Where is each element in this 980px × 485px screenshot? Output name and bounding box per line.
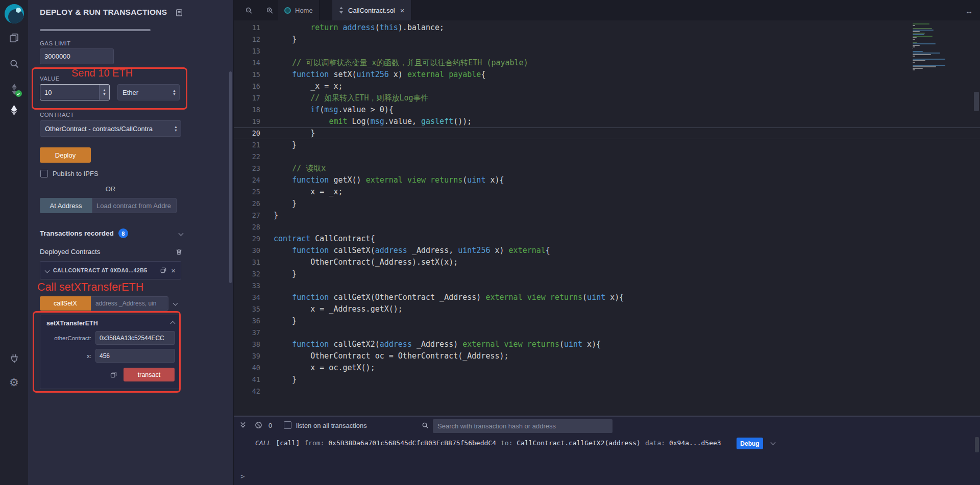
solidity-compiler-icon[interactable] xyxy=(0,83,28,95)
terminal-scrollbar[interactable] xyxy=(975,437,979,452)
code-line-18[interactable]: 18 if(msg.value > 0){ xyxy=(234,104,980,116)
select-arrows-icon: ▲▼ xyxy=(173,89,176,96)
copy-icon[interactable] xyxy=(160,267,167,274)
zoom-out-icon[interactable] xyxy=(245,7,253,14)
value-stepper[interactable]: ▲▼ xyxy=(99,85,109,100)
setxtransfereth-header[interactable]: setXTransferETH xyxy=(46,320,175,327)
line-number: 28 xyxy=(234,221,274,233)
code-line-24[interactable]: 24 function getX() external view returns… xyxy=(234,174,980,186)
deploy-run-icon[interactable] xyxy=(0,104,28,116)
code-line-32[interactable]: 32 } xyxy=(234,268,980,280)
param-row: otherContract: xyxy=(46,331,175,345)
gas-limit-input[interactable] xyxy=(40,48,114,64)
line-number: 37 xyxy=(234,327,274,339)
solidity-file-icon xyxy=(338,7,344,14)
param-input-x[interactable] xyxy=(95,349,175,363)
transact-button[interactable]: transact xyxy=(124,368,175,381)
search-icon[interactable] xyxy=(0,59,28,69)
transact-row: transact xyxy=(46,368,175,381)
deploy-run-panel: DEPLOY & RUN TRANSACTIONS GAS LIMIT VALU… xyxy=(28,0,234,485)
code-line-36[interactable]: 36 } xyxy=(234,315,980,327)
minimap[interactable] xyxy=(913,23,949,72)
chevron-up-icon[interactable] xyxy=(170,321,176,326)
code-line-23[interactable]: 23 // 读取x xyxy=(234,163,980,174)
code-line-17[interactable]: 17 // 如果转入ETH，则释放Log事件 xyxy=(234,92,980,104)
code-line-33[interactable]: 33 xyxy=(234,280,980,292)
code-line-22[interactable]: 22 xyxy=(234,151,980,163)
code-line-19[interactable]: 19 emit Log(msg.value, gasleft()); xyxy=(234,116,980,127)
swap-panel-icon[interactable]: ↔ xyxy=(965,7,973,15)
vertical-icon-bar: ⚙ xyxy=(0,0,28,485)
panel-resize-slider[interactable] xyxy=(40,29,151,31)
setxtransfereth-panel: setXTransferETH otherContract: x: transa… xyxy=(40,315,181,389)
close-icon[interactable]: × xyxy=(171,267,176,274)
code-line-29[interactable]: 29contract CallContract{ xyxy=(234,233,980,245)
code-line-42[interactable]: 42 xyxy=(234,386,980,397)
line-number: 19 xyxy=(234,116,274,127)
terminal-search-input[interactable] xyxy=(433,419,612,433)
code-line-31[interactable]: 31 OtherContract(_Address).setX(x); xyxy=(234,257,980,268)
tab-home[interactable]: Home xyxy=(278,0,320,20)
code-line-34[interactable]: 34 function callGetX(OtherContract _Addr… xyxy=(234,292,980,303)
code-line-11[interactable]: 11 return address(this).balance; xyxy=(234,22,980,34)
transactions-recorded-row[interactable]: Transactions recorded 8 xyxy=(40,228,183,238)
code-line-14[interactable]: 14 // 可以调整状态变量_x的函数，并且可以往合约转ETH (payable… xyxy=(234,57,980,69)
code-line-20[interactable]: 20 } xyxy=(234,127,980,139)
code-line-28[interactable]: 28 xyxy=(234,221,980,233)
callsetx-args-input[interactable] xyxy=(91,296,168,311)
code-line-35[interactable]: 35 x = _Address.getX(); xyxy=(234,303,980,315)
code-line-39[interactable]: 39 OtherContract oc = OtherContract(_Add… xyxy=(234,350,980,362)
terminal-search-icon xyxy=(422,422,429,429)
trash-icon[interactable] xyxy=(175,248,183,256)
code-editor[interactable]: 11 return address(this).balance;12 }1314… xyxy=(234,20,980,416)
settings-gear-icon[interactable]: ⚙ xyxy=(0,376,28,389)
close-tab-icon[interactable]: × xyxy=(400,6,405,15)
code-line-15[interactable]: 15 function setX(uint256 x) external pay… xyxy=(234,69,980,81)
param-input-othercontract[interactable] xyxy=(95,331,175,345)
value-unit-select[interactable]: Ether ▲▼ xyxy=(117,84,180,100)
line-number: 32 xyxy=(234,268,274,280)
debug-button[interactable]: Debug xyxy=(737,438,763,449)
plugin-manager-icon[interactable] xyxy=(0,353,28,364)
zoom-in-icon[interactable] xyxy=(266,7,274,14)
code-line-26[interactable]: 26 } xyxy=(234,198,980,210)
line-number: 27 xyxy=(234,210,274,221)
clear-console-icon[interactable] xyxy=(255,421,262,429)
at-address-button[interactable]: At Address xyxy=(40,198,92,213)
line-number: 42 xyxy=(234,386,274,397)
callsetx-button[interactable]: callSetX xyxy=(40,296,91,311)
chevron-down-icon[interactable] xyxy=(179,231,184,236)
deployed-contracts-row: Deployed Contracts xyxy=(40,248,183,256)
code-line-41[interactable]: 41 } xyxy=(234,374,980,386)
save-scenario-icon[interactable] xyxy=(175,9,183,17)
code-line-40[interactable]: 40 x = oc.getX(); xyxy=(234,362,980,374)
code-line-25[interactable]: 25 x = _x; xyxy=(234,186,980,198)
copy-calldata-icon[interactable] xyxy=(110,371,117,378)
code-line-16[interactable]: 16 _x = x; xyxy=(234,81,980,92)
chevron-down-icon[interactable] xyxy=(45,268,50,273)
remix-logo[interactable] xyxy=(0,4,28,23)
publish-ipfs-checkbox[interactable] xyxy=(40,170,48,177)
expand-terminal-icon[interactable] xyxy=(239,421,247,428)
tab-callcontract[interactable]: CallContract.sol × xyxy=(332,0,411,20)
deploy-button[interactable]: Deploy xyxy=(40,147,91,163)
chevron-down-icon[interactable] xyxy=(173,301,178,306)
code-line-12[interactable]: 12 } xyxy=(234,34,980,45)
editor-scrollbar[interactable] xyxy=(974,92,979,111)
listen-transactions-checkbox[interactable] xyxy=(284,421,291,429)
code-line-37[interactable]: 37 xyxy=(234,327,980,339)
log-to-label: to: xyxy=(501,439,512,447)
terminal-prompt[interactable]: > xyxy=(240,472,244,480)
file-explorer-icon[interactable] xyxy=(0,33,28,43)
deployed-contract-card-header[interactable]: CALLCONTRACT AT 0XDA0...42B5 × xyxy=(40,261,181,279)
at-address-input[interactable] xyxy=(92,198,177,213)
contract-select[interactable]: OtherContract - contracts/CallContra ▲▼ xyxy=(40,120,181,137)
code-line-13[interactable]: 13 xyxy=(234,45,980,57)
code-line-21[interactable]: 21 } xyxy=(234,139,980,151)
code-line-38[interactable]: 38 function callGetX2(address _Address) … xyxy=(234,339,980,350)
code-line-30[interactable]: 30 function callSetX(address _Address, u… xyxy=(234,245,980,257)
sidepanel-scrollbar[interactable] xyxy=(229,71,232,283)
terminal-log-row[interactable]: CALL [call] from: 0x5B38Da6a701c568545dC… xyxy=(255,439,721,447)
code-line-27[interactable]: 27} xyxy=(234,210,980,221)
log-expand-chevron-icon[interactable] xyxy=(771,440,776,445)
